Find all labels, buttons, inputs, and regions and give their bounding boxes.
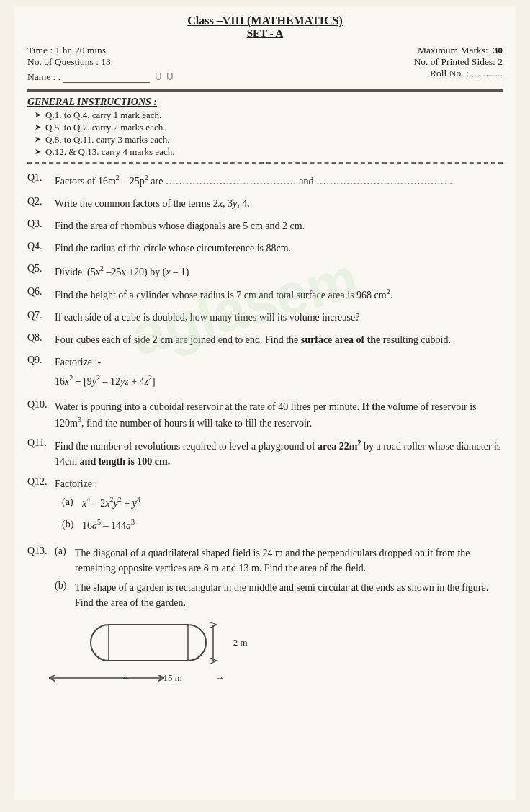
q7-num: Q7. xyxy=(27,310,55,321)
q13-sub-b-label: (b) xyxy=(55,580,75,592)
questions-label: No. of Questions : 13 xyxy=(27,56,265,68)
q1-num: Q1. xyxy=(27,172,55,184)
q8-num: Q8. xyxy=(27,332,55,344)
width-row: ← 15 m → xyxy=(27,669,289,687)
width-label: ← 15 m → xyxy=(121,672,224,684)
q13-sub-a-text: The diagonal of a quadrilateral shaped f… xyxy=(75,545,503,576)
q10-text: Water is pouring into a cuboidal reservo… xyxy=(55,399,503,431)
q9-num: Q9. xyxy=(27,354,55,366)
q4-num: Q4. xyxy=(27,241,55,252)
q12-num: Q12. xyxy=(27,476,55,488)
q12-sub-a: (a) x4 – 2x2y2 + y4 xyxy=(62,494,140,511)
question-6: Q6. Find the height of a cylinder whose … xyxy=(27,286,503,303)
question-7: Q7. If each side of a cube is doubled, h… xyxy=(27,310,503,325)
q3-num: Q3. xyxy=(27,218,55,230)
question-10: Q10. Water is pouring into a cuboidal re… xyxy=(27,399,503,431)
figure-section: 2 m ← 15 m → xyxy=(27,617,289,687)
question-11: Q11. Find the number of revolutions requ… xyxy=(27,437,503,469)
instruction-item-4: Q.12. & Q.13. carry 4 marks each. xyxy=(35,146,503,158)
name-label: Name : . xyxy=(27,71,60,83)
roll-number: Roll No. : , ........... xyxy=(265,68,503,79)
q12-subs: (a) x4 – 2x2y2 + y4 (b) 16a5 – 144a3 xyxy=(55,494,140,532)
instruction-item-3: Q.8. to Q.11. carry 3 marks each. xyxy=(35,134,503,146)
question-12: Q12. Factorize : (a) x4 – 2x2y2 + y4 (b)… xyxy=(27,476,503,538)
q13-sub-a: (a) The diagonal of a quadrilateral shap… xyxy=(55,545,503,576)
q2-num: Q2. xyxy=(27,196,55,208)
q3-text: Find the area of rhombus whose diagonals… xyxy=(55,218,305,233)
q8-text: Four cubes each of side 2 cm are joined … xyxy=(55,332,451,347)
instructions-list: Q.1. to Q.4. carry 1 mark each. Q.5. to … xyxy=(27,110,503,158)
exam-title: Class –VIII (MATHEMATICS) xyxy=(27,14,503,27)
question-9: Q9. Factorize :- 16x2 + [9y2 – 12yz + 4z… xyxy=(27,354,503,392)
question-3: Q3. Find the area of rhombus whose diago… xyxy=(27,218,503,233)
q10-num: Q10. xyxy=(27,399,55,411)
svg-rect-0 xyxy=(91,625,206,661)
exam-paper: aglasem Class –VIII (MATHEMATICS) SET - … xyxy=(14,7,516,800)
q12-sub-b: (b) 16a5 – 144a3 xyxy=(62,517,140,533)
question-2: Q2. Write the common factors of the term… xyxy=(27,196,503,211)
q7-text: If each side of a cube is doubled, how m… xyxy=(55,310,359,325)
instruction-item-1: Q.1. to Q.4. carry 1 mark each. xyxy=(35,110,503,121)
max-marks: Maximum Marks: 30 xyxy=(265,45,503,56)
instructions-section: GENERAL INSTRUCTIONS : Q.1. to Q.4. carr… xyxy=(27,97,503,158)
printed-sides: No. of Printed Sides: 2 xyxy=(265,56,503,68)
q1-text: Factors of 16m2 – 25p2 are …………………………………… xyxy=(55,172,452,189)
section-divider xyxy=(27,162,503,164)
exam-set: SET - A xyxy=(27,27,503,40)
instructions-title: GENERAL INSTRUCTIONS : xyxy=(27,97,503,108)
q4-text: Find the radius of the circle whose circ… xyxy=(55,241,291,256)
q13-sub-a-label: (a) xyxy=(55,545,75,557)
q13-header: Q13. (a) The diagonal of a quadrilateral… xyxy=(27,545,503,576)
name-curves: ∪ ∪ xyxy=(154,69,174,83)
q13-num: Q13. xyxy=(27,545,55,557)
q9-formula: 16x2 + [9y2 – 12yz + 4z2] xyxy=(55,372,156,389)
q6-text: Find the height of a cylinder whose radi… xyxy=(55,286,392,303)
q2-text: Write the common factors of the terms 2x… xyxy=(55,196,250,211)
q6-num: Q6. xyxy=(27,286,55,298)
q12-text: Factorize : (a) x4 – 2x2y2 + y4 (b) 16a5… xyxy=(55,476,140,538)
header-table: Time : 1 hr. 20 mins No. of Questions : … xyxy=(27,44,503,84)
q12-sub-a-text: x4 – 2x2y2 + y4 xyxy=(82,494,140,511)
time-label: Time : 1 hr. 20 mins xyxy=(27,45,265,56)
q11-num: Q11. xyxy=(27,437,55,449)
name-field[interactable] xyxy=(63,71,150,83)
q5-num: Q5. xyxy=(27,263,55,275)
garden-shape-svg xyxy=(69,617,228,668)
question-1: Q1. Factors of 16m2 – 25p2 are ………………………… xyxy=(27,172,503,189)
instruction-item-2: Q.5. to Q.7. carry 2 marks each. xyxy=(35,122,503,133)
title-section: Class –VIII (MATHEMATICS) SET - A xyxy=(27,14,503,40)
double-rule xyxy=(27,89,503,92)
q5-text: Divide (5x2 –25x +20) by (x – 1) xyxy=(55,263,189,280)
question-8: Q8. Four cubes each of side 2 cm are joi… xyxy=(27,332,503,347)
q12-sub-b-text: 16a5 – 144a3 xyxy=(82,517,135,533)
q12-sub-b-label: (b) xyxy=(62,517,82,532)
question-13: Q13. (a) The diagonal of a quadrilateral… xyxy=(27,545,503,687)
q11-text: Find the number of revolutions required … xyxy=(55,437,503,469)
q12-sub-a-label: (a) xyxy=(62,494,82,509)
q9-text: Factorize :- 16x2 + [9y2 – 12yz + 4z2] xyxy=(55,354,156,392)
height-label: 2 m xyxy=(233,637,248,648)
q13-sub-b: (b) The shape of a garden is rectangular… xyxy=(27,580,503,610)
name-row: Name : . ∪ ∪ xyxy=(27,69,265,83)
q13-sub-b-text: The shape of a garden is rectangular in … xyxy=(75,580,503,610)
question-4: Q4. Find the radius of the circle whose … xyxy=(27,241,503,256)
question-5: Q5. Divide (5x2 –25x +20) by (x – 1) xyxy=(27,263,503,280)
figure-row: 2 m xyxy=(69,617,248,668)
